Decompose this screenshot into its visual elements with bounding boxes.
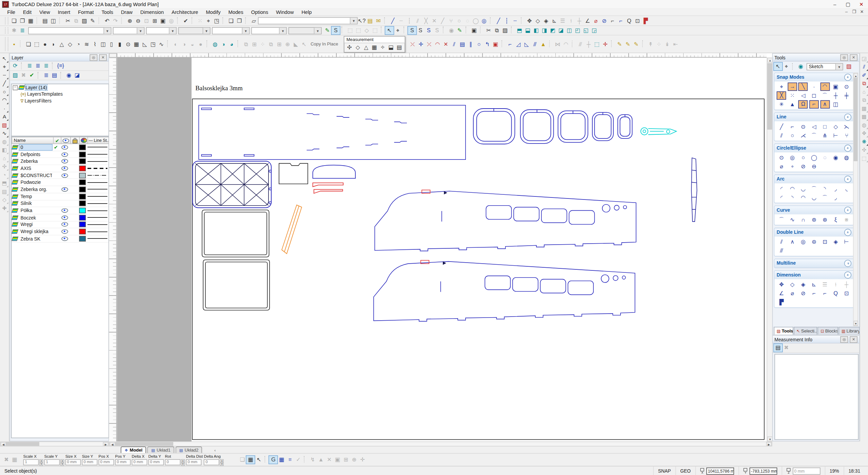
menu-item[interactable]: Edit: [19, 8, 35, 16]
field-input[interactable]: 0 mm: [82, 459, 98, 465]
toolbar-icon[interactable]: ┼: [575, 17, 583, 25]
snap-mode-icon[interactable]: →: [788, 82, 797, 91]
column-visible[interactable]: [61, 137, 71, 144]
toolbar-grip[interactable]: [5, 27, 8, 34]
dimension-tool-icon[interactable]: ◈: [798, 280, 808, 288]
toolbar-icon[interactable]: ✱: [10, 26, 18, 34]
circle-tool-icon[interactable]: ∘: [788, 162, 797, 170]
drawing-tool-icon[interactable]: ╱: [1, 80, 8, 88]
layer-tree-item[interactable]: ∇ LayersFilters: [12, 97, 108, 104]
active-check[interactable]: ✔: [54, 145, 58, 150]
layer-color-swatch[interactable]: [79, 201, 86, 206]
toolbar-icon[interactable]: ▤: [41, 17, 49, 25]
layer-name[interactable]: Wręgi: [19, 222, 52, 227]
toolbar-icon[interactable]: ◨: [540, 26, 548, 34]
toolbar-icon[interactable]: ⑂: [447, 17, 455, 25]
toolbar-icon[interactable]: ⫻: [531, 40, 539, 48]
toolbar-icon[interactable]: ❑: [227, 17, 235, 25]
zoom-level[interactable]: 19%: [825, 467, 844, 475]
toolbar-icon[interactable]: S: [416, 26, 425, 34]
right-tool-icon[interactable]: ✣: [860, 146, 868, 154]
layer-row[interactable]: $CONSTRUCTION ✔: [12, 172, 108, 179]
toolbar-icon[interactable]: ⧉: [267, 40, 275, 48]
toolbar-icon[interactable]: ┄: [397, 17, 405, 25]
drawing-tool-icon[interactable]: ◠: [1, 96, 8, 104]
layer-row[interactable]: Defpoints ✔: [12, 151, 108, 158]
layer-linestyle[interactable]: [87, 154, 107, 155]
scroll-right-icon[interactable]: ▶: [103, 442, 108, 446]
arc-tool-icon[interactable]: ⌒: [820, 193, 830, 202]
layer-row[interactable]: AXIS ✔: [12, 165, 108, 172]
right-tool-icon[interactable]: ⬚: [860, 155, 868, 163]
inspector-toggle-icon[interactable]: ✕: [325, 456, 333, 464]
toolbar-icon[interactable]: ◑: [180, 40, 188, 48]
toolbar-icon[interactable]: ↷: [111, 17, 119, 25]
toolbar-icon[interactable]: ⋈: [553, 40, 561, 48]
toolbar-icon[interactable]: ⁙: [196, 17, 204, 25]
panel-hscrollbar[interactable]: ◀ ▶: [0, 441, 109, 446]
toolbar-icon[interactable]: ◇: [362, 26, 371, 34]
lock-cell[interactable]: [69, 235, 78, 242]
layer-name[interactable]: Defpoints: [19, 152, 52, 157]
layer-toolbar-icon[interactable]: ⟳: [11, 62, 19, 70]
arc-tool-icon[interactable]: ◞: [831, 185, 841, 193]
line-tool-icon[interactable]: ○: [788, 131, 797, 139]
toolbar-icon[interactable]: ◱: [582, 26, 590, 34]
dimension-tool-icon[interactable]: ⫮: [831, 280, 841, 288]
toolbar-icon[interactable]: Q: [625, 17, 633, 25]
snap-mode-icon[interactable]: ╪: [842, 91, 851, 99]
toolbar-icon[interactable]: ◇: [534, 17, 542, 25]
sheet-tab[interactable]: ❖Model: [121, 446, 146, 453]
layer-color-swatch[interactable]: [79, 236, 86, 241]
toolbar-icon[interactable]: ▛: [642, 17, 650, 25]
dimension-tool-icon[interactable]: ⊡: [842, 289, 851, 297]
lock-cell[interactable]: [69, 221, 78, 228]
measurement-tool-icon[interactable]: ⬓: [387, 43, 395, 51]
visibility-eye-icon[interactable]: [61, 173, 68, 177]
vertical-ruler[interactable]: [109, 58, 117, 441]
line-tool-icon[interactable]: ╱: [777, 122, 786, 131]
toolbar-icon[interactable]: ▣: [470, 26, 478, 34]
layer-row[interactable]: Zeberka org. ✔: [12, 186, 108, 193]
collapse-icon[interactable]: «: [844, 113, 851, 120]
menu-item[interactable]: Insert: [54, 8, 74, 16]
minimize-button[interactable]: –: [828, 0, 841, 8]
section-header[interactable]: Circle/Ellipse«: [774, 144, 853, 152]
snap-mode-icon[interactable]: ◻: [809, 91, 819, 99]
toolbar-icon[interactable]: ⇤: [671, 40, 679, 48]
layer-row[interactable]: Boczek ✔: [12, 214, 108, 222]
lock-cell[interactable]: [69, 151, 78, 157]
scroll-right-icon[interactable]: ▶: [766, 442, 772, 446]
arc-tool-icon[interactable]: ◡: [798, 185, 808, 193]
toolbar-icon[interactable]: ◠: [433, 40, 441, 48]
toolbar-icon[interactable]: ⬒: [515, 26, 524, 34]
layer-tree-item[interactable]: {≡} LayersTemplates: [12, 91, 108, 98]
toolbar-icon[interactable]: ◺: [522, 40, 531, 48]
double-line-tool-icon[interactable]: ◎: [798, 238, 808, 246]
toolbar-icon[interactable]: ▨: [80, 17, 88, 25]
drawing-canvas[interactable]: Balsosklejka 3mm: [117, 58, 767, 441]
drawing-hscrollbar[interactable]: ◀ ▶: [109, 441, 772, 446]
toolbar-icon[interactable]: ▯: [107, 40, 116, 48]
double-line-tool-icon[interactable]: ⫻: [777, 247, 786, 255]
snap-toggle[interactable]: SNAP: [653, 467, 675, 475]
layer-toolbar-icon[interactable]: ▤: [51, 72, 59, 79]
menu-item[interactable]: File: [3, 8, 19, 16]
column-linestyle[interactable]: --- Line St..: [88, 137, 109, 144]
toolbar-icon[interactable]: ↟: [647, 40, 655, 48]
toolbar-icon[interactable]: ✕: [442, 40, 450, 48]
layer-row[interactable]: Zebra SK ✔: [12, 235, 108, 243]
inspector-icon[interactable]: ▦: [11, 456, 19, 464]
right-tool-icon[interactable]: ⧉: [860, 80, 868, 88]
pin-icon[interactable]: ◎: [90, 54, 97, 61]
circle-tool-icon[interactable]: ⊖: [809, 162, 819, 170]
toolbar-icon[interactable]: ▦: [132, 40, 140, 48]
arc-tool-icon[interactable]: ◝: [788, 193, 797, 202]
close-icon[interactable]: ✕: [850, 54, 857, 61]
layer-color-swatch[interactable]: [79, 173, 86, 178]
toolbar-icon[interactable]: ◇: [66, 40, 74, 48]
dimension-tool-icon[interactable]: ⊾: [809, 280, 819, 288]
toolbar-icon[interactable]: ↖?: [358, 17, 366, 25]
right-tool-icon[interactable]: ▩: [860, 113, 868, 121]
style-combo[interactable]: ▼: [146, 27, 177, 34]
